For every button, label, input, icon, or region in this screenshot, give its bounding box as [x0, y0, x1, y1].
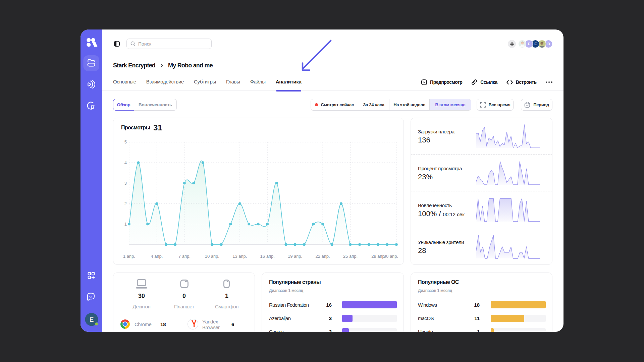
svg-text:25 апр.: 25 апр. [343, 254, 358, 259]
svg-text:3: 3 [124, 181, 127, 186]
svg-text:4: 4 [124, 160, 127, 165]
svg-text:5: 5 [124, 139, 127, 144]
svg-text:30 апр.: 30 апр. [384, 254, 398, 259]
svg-text:28 апр: 28 апр [371, 254, 385, 259]
svg-text:16 апр.: 16 апр. [260, 254, 275, 259]
svg-text:22 апр.: 22 апр. [316, 254, 330, 259]
svg-text:E: E [90, 316, 94, 323]
svg-text:7 апр.: 7 апр. [178, 254, 191, 259]
svg-text:2: 2 [124, 201, 127, 206]
svg-text:13 апр.: 13 апр. [232, 254, 247, 259]
svg-text:1 апр.: 1 апр. [123, 254, 135, 259]
svg-text:19 апр.: 19 апр. [288, 254, 302, 259]
svg-text:10 апр.: 10 апр. [205, 254, 219, 259]
svg-text:4 апр.: 4 апр. [151, 254, 163, 259]
svg-text:1: 1 [124, 222, 127, 227]
